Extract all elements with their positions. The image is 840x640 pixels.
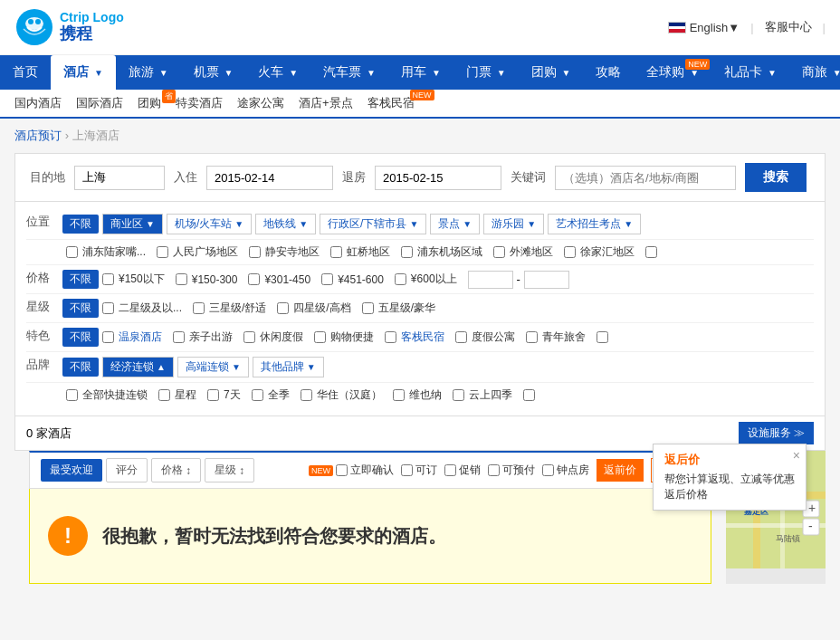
lang-button[interactable]: English ▼: [668, 21, 740, 34]
subnav-sale[interactable]: 特卖酒店: [176, 95, 223, 111]
nav-train[interactable]: 火车 ▼: [245, 55, 310, 90]
filter-location-airport[interactable]: 机场/火车站 ▼: [167, 214, 252, 234]
star-check-5[interactable]: [362, 302, 374, 314]
dest-input[interactable]: [74, 166, 165, 190]
brand-check-4[interactable]: [252, 389, 263, 401]
feature-check-5[interactable]: [385, 331, 396, 343]
sort-popular[interactable]: 最受欢迎: [41, 459, 102, 482]
nav-hotel[interactable]: 酒店 ▼: [51, 55, 116, 90]
loc-check-4[interactable]: [330, 246, 342, 258]
price-min-input[interactable]: [468, 271, 513, 289]
loc-check-more[interactable]: [645, 246, 657, 258]
loc-opt-7[interactable]: 徐家汇地区: [564, 244, 635, 260]
brand-check-more[interactable]: [523, 389, 535, 401]
brand-check-1[interactable]: [66, 389, 78, 401]
filter-brand-economy[interactable]: 经济连锁 ▲: [102, 357, 174, 377]
feature-check-7[interactable]: [526, 331, 538, 343]
nav-bus[interactable]: 汽车票 ▼: [310, 55, 388, 90]
sort-opt-lastroom[interactable]: 钟点房: [542, 463, 589, 478]
feature-check-2[interactable]: [173, 331, 185, 343]
search-button[interactable]: 搜索: [745, 163, 807, 192]
checkin-input[interactable]: [206, 166, 333, 190]
filter-location-scenic[interactable]: 景点 ▼: [430, 214, 480, 234]
subnav-apt[interactable]: 途家公寓: [237, 95, 284, 111]
brand-opt-4[interactable]: 全季: [252, 387, 290, 403]
price-check-3[interactable]: [248, 273, 260, 285]
nav-guide[interactable]: 攻略: [583, 55, 634, 90]
loc-check-3[interactable]: [249, 246, 261, 258]
feature-opt-4[interactable]: 购物便捷: [314, 330, 374, 345]
star-unlimited[interactable]: 不限: [62, 299, 99, 318]
star-check-3[interactable]: [193, 302, 205, 314]
sort-opt-new[interactable]: NEW 立即确认: [309, 463, 394, 478]
loc-opt-1[interactable]: 浦东陆家嘴...: [66, 244, 146, 260]
brand-opt-3[interactable]: 7天: [207, 387, 241, 403]
nav-car[interactable]: 用车 ▼: [388, 55, 453, 90]
sort-star[interactable]: 星级 ↕: [205, 458, 254, 482]
price-opt-3[interactable]: ¥301-450: [248, 273, 310, 286]
loc-check-5[interactable]: [401, 246, 413, 258]
price-opt-1[interactable]: ¥150以下: [102, 272, 165, 287]
subnav-group[interactable]: 团购省: [138, 95, 161, 111]
feature-opt-2[interactable]: 亲子出游: [173, 330, 233, 345]
price-opt-5[interactable]: ¥600以上: [395, 272, 457, 287]
fanhou-btn[interactable]: 返前价: [597, 459, 644, 482]
sort-rating[interactable]: 评分: [106, 458, 148, 482]
brand-check-7[interactable]: [453, 389, 464, 401]
nav-home[interactable]: 首页: [0, 55, 51, 90]
nav-global[interactable]: 全球购 ▼NEW: [634, 55, 711, 90]
instant-confirm-check[interactable]: [336, 464, 348, 476]
loc-check-1[interactable]: [66, 246, 78, 258]
loc-opt-5[interactable]: 浦东机场区域: [401, 244, 482, 260]
feature-check-6[interactable]: [455, 331, 467, 343]
brand-check-6[interactable]: [393, 389, 405, 401]
brand-unlimited[interactable]: 不限: [62, 358, 99, 377]
price-max-input[interactable]: [524, 271, 569, 289]
keyword-input[interactable]: [555, 166, 736, 190]
service-center-link[interactable]: 客服中心: [765, 19, 812, 35]
feature-opt-3[interactable]: 休闲度假: [243, 330, 303, 345]
prepay-check[interactable]: [488, 464, 500, 476]
brand-opt-7[interactable]: 云上四季: [453, 387, 512, 403]
checkout-input[interactable]: [375, 166, 501, 190]
sort-opt-promo[interactable]: 促销: [444, 463, 481, 478]
loc-opt-4[interactable]: 虹桥地区: [330, 244, 390, 260]
star-check-2[interactable]: [102, 302, 114, 314]
price-unlimited[interactable]: 不限: [62, 270, 99, 289]
feature-check-more[interactable]: [597, 331, 608, 343]
filter-brand-premium[interactable]: 高端连锁 ▼: [177, 357, 249, 377]
filter-location-district2[interactable]: 行政区/下辖市县 ▼: [320, 214, 426, 234]
sort-opt-bookable[interactable]: 可订: [401, 463, 437, 478]
promo-check[interactable]: [444, 464, 456, 476]
filter-location-district[interactable]: 商业区 ▼: [102, 214, 163, 234]
brand-opt-5[interactable]: 华住（汉庭）: [301, 387, 382, 403]
nav-biz[interactable]: 商旅 ▼: [789, 55, 840, 90]
sort-opt-prepay[interactable]: 可预付: [488, 463, 535, 478]
loc-opt-2[interactable]: 人民广场地区: [157, 244, 238, 260]
loc-opt-3[interactable]: 静安寺地区: [249, 244, 320, 260]
lastroom-check[interactable]: [542, 464, 554, 476]
breadcrumb-parent[interactable]: 酒店预订: [14, 129, 62, 142]
service-button[interactable]: 设施服务 ≫: [739, 422, 814, 444]
star-opt-2[interactable]: 二星级及以...: [102, 301, 182, 316]
price-opt-4[interactable]: ¥451-600: [321, 273, 384, 286]
star-opt-4[interactable]: 四星级/高档: [277, 301, 350, 316]
price-check-1[interactable]: [102, 273, 114, 285]
price-check-5[interactable]: [395, 273, 406, 285]
nav-ticket[interactable]: 门票 ▼: [453, 55, 519, 90]
feature-check-3[interactable]: [243, 331, 255, 343]
tooltip-close[interactable]: ×: [793, 448, 800, 463]
nav-groupbuy[interactable]: 团购 ▼: [519, 55, 584, 90]
brand-check-2[interactable]: [158, 389, 170, 401]
price-check-2[interactable]: [176, 273, 187, 285]
subnav-hotelscenic[interactable]: 酒店+景点: [299, 95, 353, 111]
feature-check-1[interactable]: [102, 331, 114, 343]
star-check-4[interactable]: [277, 302, 289, 314]
brand-opt-2[interactable]: 星程: [158, 387, 196, 403]
nav-tour[interactable]: 旅游 ▼: [116, 55, 181, 90]
sort-price[interactable]: 价格 ↕: [151, 458, 201, 482]
nav-giftcard[interactable]: 礼品卡 ▼: [711, 55, 789, 90]
price-opt-2[interactable]: ¥150-300: [176, 273, 238, 286]
filter-location-park[interactable]: 游乐园 ▼: [483, 214, 544, 234]
loc-check-6[interactable]: [493, 246, 505, 258]
